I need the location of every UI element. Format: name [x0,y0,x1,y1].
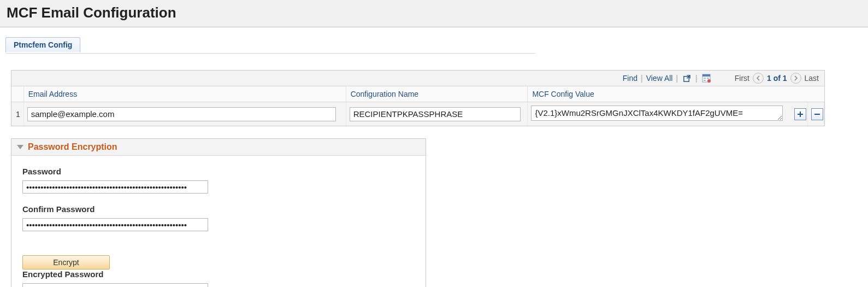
config-value-input[interactable] [531,106,782,121]
grid-header-config-value[interactable]: MCF Config Value [528,86,791,102]
cell-config-name [346,102,528,126]
grid-first-label[interactable]: First [735,74,749,83]
cell-email [23,102,346,126]
password-encryption-panel: Password Encryption Password Confirm Pas… [11,138,426,287]
popout-icon[interactable] [681,73,692,84]
svg-rect-2 [702,74,710,77]
cell-add [791,102,807,126]
panel-body: Password Confirm Password Encrypt Encryp… [11,156,426,287]
config-name-input[interactable] [350,107,521,121]
separator: | [676,74,678,83]
password-label: Password [22,167,219,176]
grid-header-blank [807,86,824,102]
password-field-wrap: Password [22,167,219,194]
confirm-password-label: Confirm Password [22,204,219,214]
password-input[interactable] [22,180,208,194]
grid-last-label[interactable]: Last [805,74,819,83]
tab-ptmcfem-config[interactable]: Ptmcfem Config [5,37,80,52]
row-number: 1 [11,102,23,126]
cell-config-value [528,102,791,126]
collapse-icon [17,145,23,149]
grid-header-blank [791,86,807,102]
grid-next-button[interactable] [790,73,801,84]
grid-header-config-name[interactable]: Configuration Name [346,86,528,102]
panel-header[interactable]: Password Encryption [11,139,426,156]
table-row: 1 [11,102,824,126]
cell-remove [807,102,824,126]
grid-toolbar: Find | View All | | First 1 of 1 Last [11,71,824,86]
grid-table: Email Address Configuration Name MCF Con… [11,86,824,126]
grid-viewall-link[interactable]: View All [646,74,673,83]
grid-header-email[interactable]: Email Address [23,86,346,102]
page-title: MCF Email Configuration [7,4,861,21]
encrypted-password-field-wrap: Encrypted Password [22,270,219,287]
grid-header-row: Email Address Configuration Name MCF Con… [11,86,824,102]
svg-rect-5 [704,80,706,81]
config-grid: Find | View All | | First 1 of 1 Last [11,70,825,126]
confirm-password-field-wrap: Confirm Password [22,204,219,231]
separator: | [695,74,698,83]
encrypt-button-wrap: Encrypt [22,242,219,270]
svg-point-6 [707,79,711,83]
grid-find-link[interactable]: Find [623,74,637,83]
grid-header-rownum [11,86,23,102]
page-header: MCF Email Configuration [0,0,868,27]
grid-prev-button[interactable] [753,73,764,84]
add-row-button[interactable] [794,108,806,120]
encrypt-button[interactable]: Encrypt [22,255,110,270]
email-input[interactable] [27,107,336,121]
svg-rect-4 [707,78,709,79]
separator: | [641,74,643,83]
panel-title: Password Encryption [28,142,117,152]
confirm-password-input[interactable] [22,218,208,231]
grid-menu-icon[interactable] [701,73,712,84]
encrypted-password-output[interactable] [22,283,208,287]
grid-position: 1 of 1 [767,74,787,83]
tab-underline [5,53,535,54]
remove-row-button[interactable] [811,108,823,120]
svg-rect-3 [704,78,706,79]
tab-strip: Ptmcfem Config [5,37,868,54]
encrypted-password-label: Encrypted Password [22,270,219,279]
